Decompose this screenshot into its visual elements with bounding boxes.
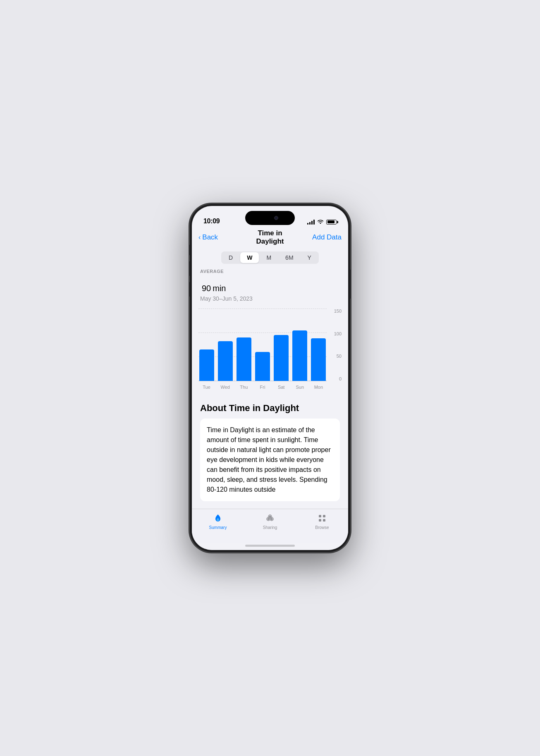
tab-summary[interactable]: Summary <box>205 512 230 530</box>
svg-point-4 <box>271 518 273 520</box>
x-label-sat: Sat <box>273 383 289 391</box>
x-label-wed: Wed <box>217 383 233 391</box>
dynamic-island <box>245 211 295 225</box>
bar-wed-fill <box>218 341 233 381</box>
front-camera <box>274 216 278 220</box>
tab-M[interactable]: M <box>260 252 278 263</box>
svg-point-5 <box>269 516 271 518</box>
volume-down-button <box>189 282 190 297</box>
chart-y-axis: 150 100 50 0 <box>328 309 342 381</box>
y-label-0: 0 <box>339 376 342 381</box>
silent-switch <box>189 245 190 255</box>
bar-thu <box>236 309 252 381</box>
svg-rect-7 <box>323 515 325 517</box>
summary-icon <box>212 512 224 524</box>
bar-mon <box>311 309 327 381</box>
svg-rect-8 <box>319 519 321 522</box>
bar-sat <box>273 309 289 381</box>
period-selector: D W M 6M Y <box>192 246 348 267</box>
bar-mon-fill <box>311 338 326 381</box>
bar-sat-fill <box>274 335 289 381</box>
svg-point-3 <box>268 518 270 520</box>
back-label: Back <box>202 233 218 242</box>
bar-thu-fill <box>237 337 251 381</box>
stats-section: AVERAGE 90min May 30–Jun 5, 2023 <box>192 267 348 309</box>
power-button <box>350 270 351 299</box>
x-label-sun: Sun <box>292 383 308 391</box>
x-label-mon: Mon <box>311 383 327 391</box>
battery-icon <box>326 220 337 225</box>
tab-browse[interactable]: Browse <box>310 512 335 530</box>
stats-label: AVERAGE <box>200 269 340 274</box>
chart-x-labels: Tue Wed Thu Fri Sat Sun Mon <box>198 383 327 391</box>
about-section: About Time in Daylight Time in Daylight … <box>192 395 348 506</box>
add-data-button[interactable]: Add Data <box>294 233 342 242</box>
browse-icon <box>316 512 328 524</box>
tab-bar: Summary Sharing <box>192 509 348 543</box>
bar-tue <box>198 309 215 381</box>
bar-fri <box>254 309 270 381</box>
y-label-50: 50 <box>337 354 342 359</box>
volume-up-button <box>189 261 190 276</box>
period-tabs: D W M 6M Y <box>221 251 319 264</box>
back-chevron-icon: ‹ <box>198 234 201 241</box>
summary-tab-label: Summary <box>209 525 227 530</box>
y-label-100: 100 <box>334 331 342 336</box>
svg-rect-6 <box>319 515 321 517</box>
stats-number: 90 <box>202 284 211 293</box>
bar-sun <box>292 309 308 381</box>
bar-tue-fill <box>199 349 214 381</box>
about-title: About Time in Daylight <box>200 403 340 414</box>
tab-sharing[interactable]: Sharing <box>258 512 282 530</box>
bar-sun-fill <box>292 330 307 381</box>
bar-wed <box>217 309 233 381</box>
wifi-icon <box>317 219 324 225</box>
home-indicator <box>245 545 295 547</box>
back-button[interactable]: ‹ Back <box>198 233 246 242</box>
about-card: Time in Daylight is an estimate of the a… <box>200 419 340 501</box>
chart-bars-area <box>198 309 327 381</box>
browse-tab-label: Browse <box>315 525 329 530</box>
main-content: D W M 6M Y AVERAGE 90min May 30–Jun 5, 2… <box>192 246 348 509</box>
stats-date: May 30–Jun 5, 2023 <box>200 295 340 302</box>
tab-D[interactable]: D <box>222 252 239 263</box>
tab-W[interactable]: W <box>240 252 259 263</box>
phone-frame: 10:09 <box>189 203 351 553</box>
tab-Y[interactable]: Y <box>301 252 318 263</box>
status-time: 10:09 <box>203 218 220 225</box>
bar-fri-fill <box>255 352 270 381</box>
y-label-150: 150 <box>334 309 342 313</box>
sharing-tab-label: Sharing <box>263 525 277 530</box>
chart-inner: 150 100 50 0 <box>198 309 342 391</box>
status-icons <box>307 219 337 225</box>
page-title: Time in Daylight <box>246 229 294 246</box>
x-label-tue: Tue <box>198 383 215 391</box>
svg-rect-9 <box>323 519 325 522</box>
chart-container: 150 100 50 0 <box>192 309 348 395</box>
nav-bar: ‹ Back Time in Daylight Add Data <box>192 228 348 246</box>
about-text: Time in Daylight is an estimate of the a… <box>207 425 333 495</box>
sharing-icon <box>264 512 276 524</box>
phone-screen: 10:09 <box>192 206 348 550</box>
stats-unit: min <box>213 284 226 293</box>
x-label-fri: Fri <box>254 383 270 391</box>
x-label-thu: Thu <box>236 383 252 391</box>
signal-icon <box>307 220 315 225</box>
stats-value: 90min <box>200 275 340 294</box>
tab-6M[interactable]: 6M <box>279 252 300 263</box>
